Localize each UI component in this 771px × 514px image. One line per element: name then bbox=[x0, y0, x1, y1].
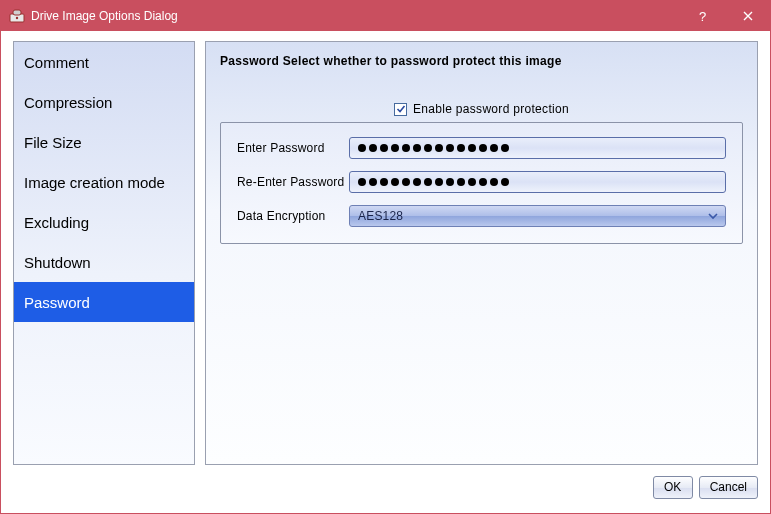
sidebar-item-password[interactable]: Password bbox=[14, 282, 194, 322]
sidebar-item-label: Password bbox=[24, 294, 90, 311]
cancel-button[interactable]: Cancel bbox=[699, 476, 758, 499]
chevron-down-icon bbox=[707, 210, 719, 222]
sidebar-item-label: Image creation mode bbox=[24, 174, 165, 191]
password-mask bbox=[358, 178, 509, 186]
sidebar-item-label: Shutdown bbox=[24, 254, 91, 271]
sidebar: Comment Compression File Size Image crea… bbox=[13, 41, 195, 465]
enable-password-label: Enable password protection bbox=[413, 102, 569, 116]
sidebar-item-image-creation-mode[interactable]: Image creation mode bbox=[14, 162, 194, 202]
close-button[interactable] bbox=[725, 1, 770, 31]
dialog-window: Drive Image Options Dialog ? Comment Com… bbox=[0, 0, 771, 514]
data-encryption-select[interactable]: AES128 bbox=[349, 205, 726, 227]
reenter-password-label: Re-Enter Password bbox=[237, 175, 349, 189]
ok-button[interactable]: OK bbox=[653, 476, 693, 499]
client-area: Comment Compression File Size Image crea… bbox=[1, 31, 770, 513]
password-group: Enter Password Re-Enter Password Data En… bbox=[220, 122, 743, 244]
svg-point-2 bbox=[16, 17, 18, 19]
data-encryption-label: Data Encryption bbox=[237, 209, 349, 223]
window-title: Drive Image Options Dialog bbox=[31, 9, 178, 23]
enable-password-row: Enable password protection bbox=[220, 102, 743, 116]
svg-rect-1 bbox=[13, 10, 21, 15]
enable-password-checkbox[interactable] bbox=[394, 103, 407, 116]
content-pane: Password Select whether to password prot… bbox=[205, 41, 758, 465]
sidebar-item-excluding[interactable]: Excluding bbox=[14, 202, 194, 242]
sidebar-item-label: File Size bbox=[24, 134, 82, 151]
enter-password-label: Enter Password bbox=[237, 141, 349, 155]
app-icon bbox=[9, 8, 25, 24]
help-button[interactable]: ? bbox=[680, 1, 725, 31]
sidebar-item-label: Compression bbox=[24, 94, 112, 111]
reenter-password-input[interactable] bbox=[349, 171, 726, 193]
content-heading: Password Select whether to password prot… bbox=[220, 54, 743, 68]
data-encryption-row: Data Encryption AES128 bbox=[237, 205, 726, 227]
sidebar-item-label: Comment bbox=[24, 54, 89, 71]
sidebar-item-file-size[interactable]: File Size bbox=[14, 122, 194, 162]
sidebar-item-shutdown[interactable]: Shutdown bbox=[14, 242, 194, 282]
sidebar-item-label: Excluding bbox=[24, 214, 89, 231]
enter-password-row: Enter Password bbox=[237, 137, 726, 159]
titlebar: Drive Image Options Dialog ? bbox=[1, 1, 770, 31]
enter-password-input[interactable] bbox=[349, 137, 726, 159]
sidebar-item-compression[interactable]: Compression bbox=[14, 82, 194, 122]
sidebar-item-comment[interactable]: Comment bbox=[14, 42, 194, 82]
password-mask bbox=[358, 144, 509, 152]
data-encryption-value: AES128 bbox=[358, 209, 707, 223]
dialog-footer: OK Cancel bbox=[13, 465, 758, 503]
reenter-password-row: Re-Enter Password bbox=[237, 171, 726, 193]
panes: Comment Compression File Size Image crea… bbox=[13, 41, 758, 465]
